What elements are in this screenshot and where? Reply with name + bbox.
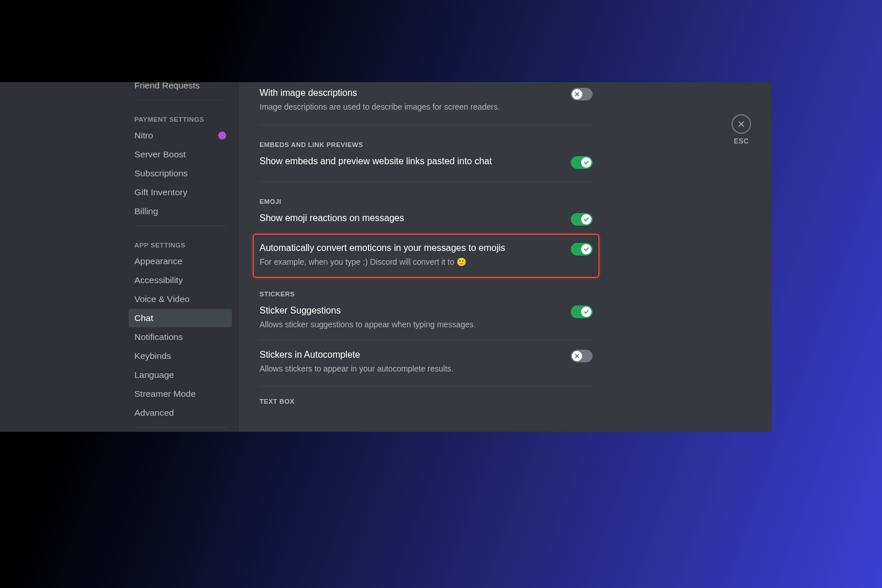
sidebar-item-keybinds[interactable]: Keybinds [129, 347, 232, 365]
highlighted-setting: Automatically convert emoticons in your … [253, 234, 599, 278]
setting-convert-emoticons: Automatically convert emoticons in your … [260, 243, 593, 268]
nitro-badge-icon [218, 131, 226, 140]
sidebar-item-label: Nitro [134, 130, 153, 141]
toggle-knob [572, 89, 582, 99]
sidebar-item-label: Billing [134, 206, 158, 216]
sidebar-item-label: Keybinds [134, 351, 171, 361]
setting-desc: Image descriptions are used to describe … [260, 102, 500, 113]
toggle-stickers-autocomplete[interactable] [571, 350, 593, 362]
toggle-show-embeds[interactable] [571, 156, 593, 169]
sidebar-divider [134, 226, 226, 226]
toggle-show-reactions[interactable] [571, 213, 593, 226]
toggle-sticker-suggestions[interactable] [571, 305, 593, 318]
sidebar-item-advanced[interactable]: Advanced [129, 404, 232, 422]
sidebar-item-appearance[interactable]: Appearance [129, 252, 232, 270]
sidebar-item-notifications[interactable]: Notifications [129, 328, 232, 346]
sidebar-item-gift-inventory[interactable]: Gift Inventory [129, 183, 232, 202]
sidebar-item-label: Gift Inventory [134, 187, 187, 198]
sidebar-item-label: Chat [134, 313, 153, 323]
sidebar-item-label: Voice & Video [134, 294, 189, 304]
toggle-knob [581, 157, 591, 168]
sidebar: Friend Requests Payment Settings Nitro S… [0, 82, 239, 432]
settings-content: With image descriptions Image descriptio… [239, 82, 772, 432]
setting-image-descriptions: With image descriptions Image descriptio… [260, 88, 593, 113]
toggle-knob [581, 307, 591, 317]
toggle-knob [581, 244, 591, 254]
section-header-embeds: Embeds and Link Previews [260, 141, 593, 148]
sidebar-item-nitro[interactable]: Nitro [129, 126, 232, 145]
sidebar-item-label: Server Boost [134, 149, 186, 160]
setting-sticker-suggestions: Sticker Suggestions Allows sticker sugge… [260, 305, 593, 331]
toggle-image-descriptions[interactable] [571, 88, 593, 100]
x-icon [574, 91, 580, 97]
toggle-knob [572, 351, 582, 361]
section-header-emoji: Emoji [260, 198, 593, 205]
sidebar-item-label: Language [134, 370, 174, 380]
sidebar-item-friend-requests[interactable]: Friend Requests [129, 82, 232, 95]
close-area: ESC [732, 114, 751, 145]
sidebar-item-label: Notifications [134, 332, 183, 342]
sidebar-item-server-boost[interactable]: Server Boost [129, 145, 232, 164]
setting-title: Stickers in Autocomplete [260, 350, 454, 360]
setting-desc: Allows stickers to appear in your autoco… [260, 363, 454, 375]
check-icon [583, 160, 589, 165]
settings-window: Friend Requests Payment Settings Nitro S… [0, 82, 772, 432]
setting-desc: For example, when you type :) Discord wi… [260, 257, 505, 268]
close-icon [737, 120, 745, 128]
sidebar-item-subscriptions[interactable]: Subscriptions [129, 164, 232, 183]
sidebar-item-billing[interactable]: Billing [129, 202, 232, 220]
esc-label: ESC [732, 137, 751, 145]
sidebar-item-label: Friend Requests [134, 82, 200, 91]
sidebar-item-chat[interactable]: Chat [129, 309, 232, 327]
sidebar-item-accessibility[interactable]: Accessibility [129, 271, 232, 289]
setting-title: With image descriptions [260, 88, 500, 98]
sidebar-item-label: Appearance [134, 256, 183, 266]
x-icon [574, 353, 580, 359]
setting-desc: Allows sticker suggestions to appear whe… [260, 319, 476, 331]
setting-title: Show embeds and preview website links pa… [260, 156, 492, 167]
section-header-textbox: Text Box [260, 398, 593, 405]
sidebar-item-streamer-mode[interactable]: Streamer Mode [129, 385, 232, 403]
sidebar-item-label: Subscriptions [134, 168, 188, 179]
divider [260, 181, 593, 182]
setting-title: Sticker Suggestions [260, 305, 476, 316]
setting-show-reactions: Show emoji reactions on messages [260, 213, 593, 227]
check-icon [583, 309, 589, 315]
sidebar-item-label: Streamer Mode [134, 389, 196, 399]
sidebar-item-voice-video[interactable]: Voice & Video [129, 290, 232, 308]
sidebar-divider [134, 100, 226, 100]
check-icon [583, 246, 589, 252]
divider [260, 125, 593, 125]
setting-show-embeds: Show embeds and preview website links pa… [260, 156, 593, 170]
sidebar-header-app: App Settings [129, 231, 232, 252]
check-icon [583, 216, 589, 222]
close-button[interactable] [732, 114, 751, 134]
divider [260, 340, 593, 341]
setting-title: Automatically convert emoticons in your … [260, 243, 505, 253]
divider [260, 386, 593, 386]
setting-stickers-autocomplete: Stickers in Autocomplete Allows stickers… [260, 350, 593, 375]
toggle-knob [581, 214, 591, 225]
sidebar-item-label: Advanced [134, 408, 174, 418]
sidebar-header-payment: Payment Settings [129, 106, 232, 126]
section-header-stickers: Stickers [260, 291, 593, 297]
sidebar-divider [134, 427, 226, 428]
toggle-convert-emoticons[interactable] [571, 243, 593, 256]
sidebar-item-language[interactable]: Language [129, 366, 232, 384]
sidebar-item-label: Accessibility [134, 275, 183, 285]
setting-title: Show emoji reactions on messages [260, 213, 404, 223]
